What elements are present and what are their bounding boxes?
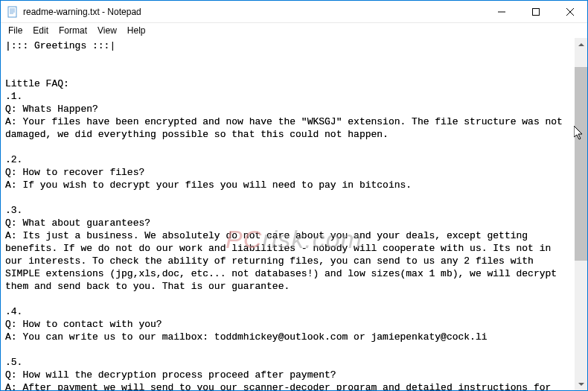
scroll-down-arrow-icon[interactable]	[575, 378, 587, 390]
minimize-button[interactable]	[485, 1, 519, 22]
text-area[interactable]: |::: Greetings :::| Little FAQ: .1. Q: W…	[1, 38, 575, 390]
window-controls	[485, 1, 587, 22]
notepad-icon	[7, 6, 19, 18]
scroll-track[interactable]	[575, 51, 587, 378]
svg-marker-9	[578, 43, 584, 46]
scroll-up-arrow-icon[interactable]	[575, 38, 587, 51]
menu-format[interactable]: Format	[54, 25, 92, 36]
menu-edit[interactable]: Edit	[28, 25, 53, 36]
content-wrap: |::: Greetings :::| Little FAQ: .1. Q: W…	[1, 38, 587, 390]
window-title: readme-warning.txt - Notepad	[23, 7, 485, 17]
scroll-thumb[interactable]	[575, 67, 587, 261]
svg-marker-10	[578, 383, 584, 386]
menubar: File Edit Format View Help	[1, 23, 587, 38]
menu-view[interactable]: View	[93, 25, 121, 36]
svg-rect-6	[533, 8, 540, 15]
vertical-scrollbar[interactable]	[575, 38, 587, 390]
titlebar: readme-warning.txt - Notepad	[1, 1, 587, 23]
close-button[interactable]	[553, 1, 587, 22]
menu-file[interactable]: File	[4, 25, 27, 36]
maximize-button[interactable]	[519, 1, 553, 22]
menu-help[interactable]: Help	[123, 25, 150, 36]
